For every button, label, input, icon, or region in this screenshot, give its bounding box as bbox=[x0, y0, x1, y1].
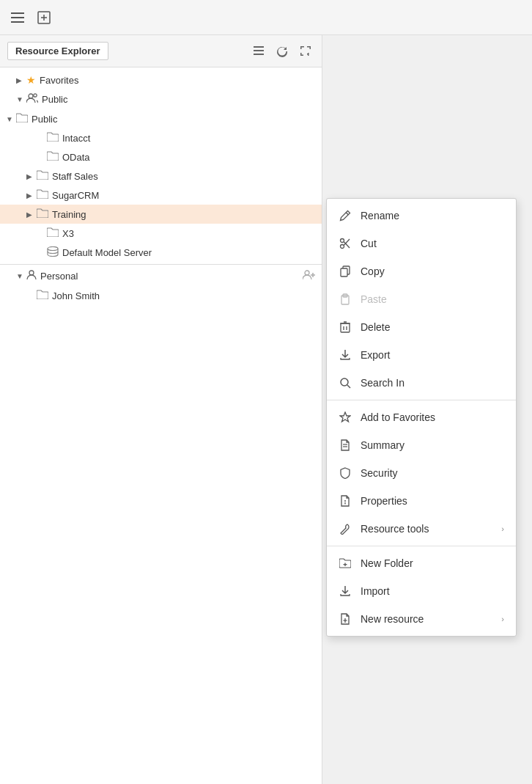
menu-item-import[interactable]: Import bbox=[327, 577, 516, 605]
menu-item-cut[interactable]: Cut bbox=[327, 230, 516, 257]
tree-item-favorites[interactable]: ▶ ★ Favorites bbox=[0, 70, 322, 89]
refresh-icon[interactable] bbox=[273, 43, 291, 60]
scissors-icon bbox=[339, 237, 352, 250]
search-in-label: Search In bbox=[361, 377, 504, 389]
security-label: Security bbox=[361, 467, 504, 479]
menu-item-add-favorites[interactable]: Add to Favorites bbox=[327, 403, 516, 431]
import-label: Import bbox=[361, 585, 504, 597]
arrow-icon: ▼ bbox=[6, 115, 16, 123]
menu-item-rename[interactable]: Rename bbox=[327, 202, 516, 230]
collapse-icon[interactable] bbox=[250, 43, 267, 60]
export-label: Export bbox=[361, 349, 504, 361]
new-resource-icon bbox=[339, 612, 352, 626]
svg-point-17 bbox=[341, 239, 344, 243]
john-smith-label: John Smith bbox=[52, 290, 100, 301]
menu-item-new-resource[interactable]: New resource › bbox=[327, 605, 516, 633]
paste-label: Paste bbox=[361, 293, 504, 305]
public-group-label: Public bbox=[42, 94, 67, 105]
doc-icon bbox=[339, 439, 352, 452]
wrench-icon bbox=[339, 522, 352, 535]
clipboard-icon bbox=[339, 293, 352, 306]
menu-item-new-folder[interactable]: New Folder bbox=[327, 549, 516, 577]
odata-label: OData bbox=[62, 152, 90, 163]
fullscreen-icon[interactable] bbox=[297, 43, 314, 60]
svg-rect-7 bbox=[254, 46, 264, 48]
tree-item-odata[interactable]: OData bbox=[0, 147, 322, 166]
tree-item-training[interactable]: ▶ Training bbox=[0, 205, 322, 224]
tree-item-x3[interactable]: X3 bbox=[0, 224, 322, 243]
folder-empty-icon bbox=[47, 227, 59, 239]
context-menu: Rename Cut Copy Paste Delete Export bbox=[326, 198, 517, 637]
menu-divider-2 bbox=[327, 546, 516, 546]
copy-icon bbox=[339, 265, 352, 278]
arrow-icon: ▼ bbox=[16, 95, 26, 103]
svg-line-16 bbox=[346, 213, 349, 216]
svg-rect-22 bbox=[341, 268, 347, 276]
arrow-icon: ▼ bbox=[16, 272, 26, 280]
resource-explorer-panel: Resource Explorer ▶ ★ Favorites ▼ P bbox=[0, 35, 322, 784]
shield-icon bbox=[339, 466, 352, 480]
tree-item-john-smith[interactable]: John Smith bbox=[0, 286, 322, 305]
new-folder-icon bbox=[339, 557, 352, 570]
folder-empty-icon bbox=[37, 290, 48, 301]
resource-tools-label: Resource tools bbox=[361, 523, 492, 535]
arrow-icon: ▶ bbox=[16, 76, 26, 84]
svg-point-11 bbox=[48, 247, 58, 251]
tree-item-personal-group[interactable]: ▼ Personal bbox=[0, 266, 322, 286]
new-resource-chevron-icon: › bbox=[501, 615, 504, 623]
users-icon bbox=[26, 93, 38, 106]
trash-icon bbox=[339, 320, 352, 334]
rename-label: Rename bbox=[361, 210, 504, 221]
svg-rect-8 bbox=[254, 54, 264, 55]
menu-item-security[interactable]: Security bbox=[327, 459, 516, 487]
menu-divider-1 bbox=[327, 400, 516, 400]
copy-label: Copy bbox=[361, 265, 504, 277]
menu-item-copy[interactable]: Copy bbox=[327, 257, 516, 285]
folder-icon bbox=[16, 113, 28, 125]
svg-rect-0 bbox=[11, 12, 24, 14]
favorites-star-icon: ★ bbox=[26, 74, 36, 86]
menu-item-search-in[interactable]: Search In bbox=[327, 369, 516, 397]
intacct-label: Intacct bbox=[62, 133, 90, 144]
folder-icon bbox=[37, 208, 48, 220]
user-icon bbox=[26, 270, 37, 282]
info-doc-icon bbox=[339, 494, 352, 508]
tree-item-intacct[interactable]: Intacct bbox=[0, 128, 322, 147]
menu-item-summary[interactable]: Summary bbox=[327, 431, 516, 459]
tree-item-default-model-server[interactable]: Default Model Server bbox=[0, 243, 322, 263]
server-icon bbox=[47, 246, 59, 259]
folder-icon bbox=[37, 189, 48, 201]
menu-item-delete[interactable]: Delete bbox=[327, 313, 516, 341]
menu-item-resource-tools[interactable]: Resource tools › bbox=[327, 515, 516, 543]
public-folder-label: Public bbox=[32, 114, 57, 125]
add-user-icon[interactable] bbox=[303, 270, 316, 282]
menu-item-paste: Paste bbox=[327, 285, 516, 313]
svg-line-31 bbox=[347, 385, 350, 388]
tree-divider bbox=[0, 264, 322, 265]
menu-item-export[interactable]: Export bbox=[327, 341, 516, 369]
tree-item-public-folder[interactable]: ▼ Public bbox=[0, 109, 322, 128]
svg-point-10 bbox=[34, 94, 37, 97]
new-tab-button[interactable] bbox=[34, 7, 54, 28]
svg-point-13 bbox=[305, 271, 309, 275]
panel-title: Resource Explorer bbox=[7, 42, 108, 60]
tree-item-staff-sales[interactable]: ▶ Staff Sales bbox=[0, 166, 322, 186]
hamburger-menu-icon[interactable] bbox=[7, 7, 28, 28]
add-favorites-label: Add to Favorites bbox=[361, 411, 504, 423]
tree-item-sugarcrm[interactable]: ▶ SugarCRM bbox=[0, 186, 322, 205]
panel-actions bbox=[250, 43, 314, 60]
svg-rect-6 bbox=[254, 50, 264, 51]
staff-sales-label: Staff Sales bbox=[52, 171, 98, 182]
properties-label: Properties bbox=[361, 495, 504, 507]
tree-item-public-group[interactable]: ▼ Public bbox=[0, 89, 322, 109]
folder-icon bbox=[37, 170, 48, 182]
svg-point-34 bbox=[344, 500, 346, 502]
svg-rect-25 bbox=[341, 323, 350, 332]
favorites-label: Favorites bbox=[40, 75, 78, 86]
star-icon bbox=[339, 411, 352, 424]
menu-item-properties[interactable]: Properties bbox=[327, 487, 516, 515]
svg-point-12 bbox=[29, 271, 34, 275]
import-icon bbox=[339, 585, 352, 598]
svg-point-9 bbox=[29, 94, 33, 98]
cut-label: Cut bbox=[361, 238, 504, 249]
